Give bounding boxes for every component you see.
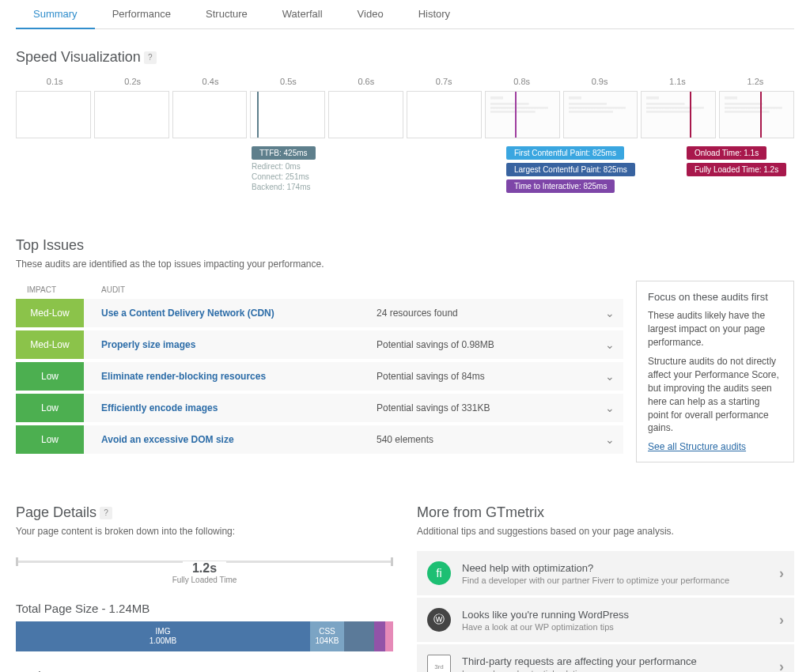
time-label: 1.2s — [717, 77, 794, 86]
audit-link[interactable]: Use a Content Delivery Network (CDN) — [84, 308, 377, 319]
frame — [16, 91, 91, 138]
more-item[interactable]: ⓦLooks like you're running WordPressHave… — [417, 598, 794, 644]
chevron-down-icon[interactable]: ⌄ — [596, 402, 623, 414]
more-item-desc: Find a developer with our partner Fiverr… — [462, 576, 729, 585]
focus-sidebar: Focus on these audits first These audits… — [636, 281, 794, 462]
audit-link[interactable]: Avoid an excessive DOM size — [84, 434, 377, 445]
impact-badge: Med-Low — [16, 299, 84, 327]
col-impact: IMPACT — [16, 285, 84, 294]
time-label: 0.9s — [561, 77, 638, 86]
issues-table: IMPACT AUDIT Med-LowUse a Content Delive… — [16, 281, 623, 462]
more-item[interactable]: 3rdThird-party requests are affecting yo… — [417, 644, 794, 672]
tab-summary[interactable]: Summary — [16, 0, 95, 29]
frame — [563, 91, 638, 138]
3rd-icon: 3rd — [427, 655, 451, 672]
time-label: 0.5s — [249, 77, 327, 86]
more-item-title: Need help with optimization? — [462, 562, 729, 574]
tab-waterfall[interactable]: Waterfall — [265, 0, 340, 28]
lcp-tag: Largest Contentful Paint: 825ms — [506, 163, 635, 176]
more-from-gtmetrix: More from GTmetrix Additional tips and s… — [417, 485, 794, 672]
tabs-bar: SummaryPerformanceStructureWaterfallVide… — [16, 0, 794, 29]
time-label: 0.7s — [405, 77, 483, 86]
ttfb-tag: TTFB: 425ms — [252, 146, 316, 160]
chevron-right-icon: › — [779, 659, 784, 672]
time-label: 0.2s — [93, 77, 171, 86]
audit-link[interactable]: Properly size images — [84, 339, 377, 350]
more-item-title: Third-party requests are affecting your … — [462, 655, 697, 667]
top-issues-subtitle: These audits are identified as the top i… — [16, 259, 794, 270]
fcp-tag: First Contentful Paint: 825ms — [506, 146, 624, 160]
frame — [94, 91, 169, 138]
audit-result: 24 resources found — [377, 308, 596, 319]
sidebar-p1: These audits likely have the largest imp… — [648, 309, 782, 349]
see-structure-link[interactable]: See all Structure audits — [648, 441, 746, 452]
time-label: 0.1s — [16, 77, 93, 86]
more-subtitle: Additional tips and suggestions based on… — [417, 526, 794, 537]
time-label: 0.8s — [483, 77, 560, 86]
page-details: Page Details? Your page content is broke… — [16, 485, 393, 672]
bar-segment — [385, 621, 393, 651]
page-size-bar: IMG1.00MBCSS104KB — [16, 621, 393, 651]
fi-icon: fi — [427, 561, 451, 585]
frame — [641, 91, 716, 138]
frame — [250, 91, 325, 138]
tti-tag: Time to Interactive: 825ms — [506, 179, 615, 193]
time-label: 0.6s — [327, 77, 405, 86]
audit-link[interactable]: Efficiently encode images — [84, 402, 377, 413]
W-icon: ⓦ — [427, 608, 451, 632]
issue-row[interactable]: LowEfficiently encode imagesPotential sa… — [16, 394, 623, 425]
more-item[interactable]: fiNeed help with optimization?Find a dev… — [417, 551, 794, 598]
impact-badge: Med-Low — [16, 330, 84, 359]
time-label: 0.4s — [172, 77, 249, 86]
audit-result: 540 elements — [377, 434, 596, 445]
ttfb-notes: Redirect: 0msConnect: 251msBackend: 174m… — [252, 161, 316, 192]
top-issues-heading: Top Issues — [16, 237, 794, 254]
tab-video[interactable]: Video — [340, 0, 401, 28]
tab-structure[interactable]: Structure — [188, 0, 265, 28]
help-icon[interactable]: ? — [100, 507, 112, 519]
impact-badge: Low — [16, 362, 84, 391]
more-item-desc: Learn why and potential solutions — [462, 669, 697, 672]
audit-result: Potential savings of 84ms — [377, 371, 596, 382]
bar-segment: CSS104KB — [310, 621, 344, 651]
chevron-down-icon[interactable]: ⌄ — [596, 307, 623, 319]
chevron-right-icon: › — [779, 565, 784, 582]
time-label: 1.1s — [638, 77, 716, 86]
fully-loaded-tag: Fully Loaded Time: 1.2s — [687, 163, 786, 176]
chevron-right-icon: › — [779, 612, 784, 629]
bar-segment: IMG1.00MB — [16, 621, 310, 651]
page-requests-title: Total Page Requests - 31 — [16, 669, 393, 672]
frame — [172, 91, 248, 138]
help-icon[interactable]: ? — [144, 51, 157, 64]
bar-segment — [374, 621, 385, 651]
tab-history[interactable]: History — [401, 0, 467, 28]
issue-row[interactable]: LowAvoid an excessive DOM size540 elemen… — [16, 425, 623, 457]
sidebar-p2: Structure audits do not directly affect … — [648, 355, 782, 435]
speed-vis-heading: Speed Visualization? — [16, 49, 794, 66]
issue-row[interactable]: LowEliminate render-blocking resourcesPo… — [16, 362, 623, 394]
impact-badge: Low — [16, 394, 84, 422]
chevron-down-icon[interactable]: ⌄ — [596, 370, 623, 383]
audit-link[interactable]: Eliminate render-blocking resources — [84, 371, 377, 382]
impact-badge: Low — [16, 425, 84, 454]
frame — [719, 91, 794, 138]
more-item-desc: Have a look at our WP optimization tips — [462, 622, 629, 632]
tab-performance[interactable]: Performance — [95, 0, 188, 28]
issue-row[interactable]: Med-LowProperly size imagesPotential sav… — [16, 330, 623, 362]
chevron-down-icon[interactable]: ⌄ — [596, 433, 623, 446]
speed-visualization: 0.1s0.2s0.4s0.5s0.6s0.7s0.8s0.9s1.1s1.2s… — [16, 77, 794, 217]
bar-segment — [344, 621, 374, 651]
frame — [485, 91, 560, 138]
audit-result: Potential savings of 331KB — [377, 402, 596, 413]
chevron-down-icon[interactable]: ⌄ — [596, 338, 623, 351]
col-audit: AUDIT — [84, 285, 125, 294]
page-size-title: Total Page Size - 1.24MB — [16, 602, 393, 615]
onload-tag: Onload Time: 1.1s — [687, 146, 766, 160]
more-item-title: Looks like you're running WordPress — [462, 609, 629, 621]
details-subtitle: Your page content is broken down into th… — [16, 526, 393, 537]
frame — [328, 91, 403, 138]
timeline: 1.2s Fully Loaded Time — [16, 561, 393, 584]
audit-result: Potential savings of 0.98MB — [377, 339, 596, 350]
issue-row[interactable]: Med-LowUse a Content Delivery Network (C… — [16, 299, 623, 330]
sidebar-title: Focus on these audits first — [648, 291, 782, 303]
